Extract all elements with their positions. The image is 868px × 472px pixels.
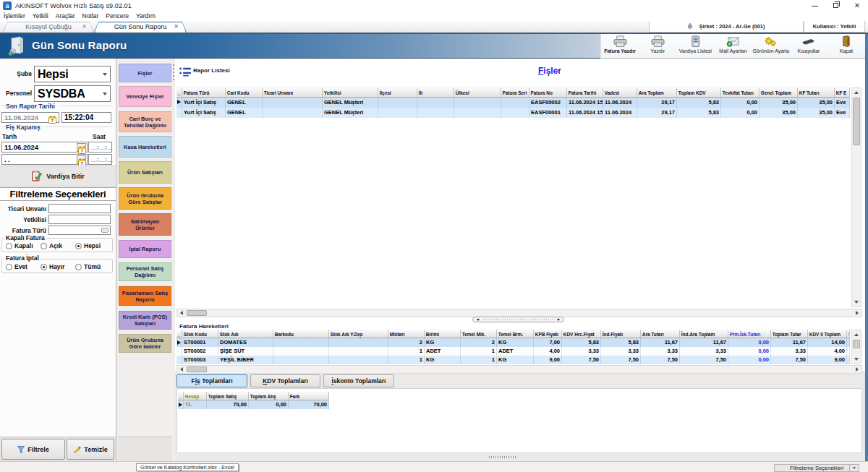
- column-header[interactable]: Temel Mik.: [461, 330, 497, 338]
- invoices-vertical-scrollbar[interactable]: [851, 87, 861, 307]
- category-button--r-n-sat-lar-[interactable]: Ürün Satışları: [119, 161, 171, 184]
- column-header[interactable]: Fatura Türü: [182, 87, 226, 98]
- radio-circle-icon[interactable]: [41, 243, 47, 249]
- category-button-fi-ler[interactable]: Fişler: [119, 64, 171, 82]
- field-input-yetkilisi[interactable]: [48, 215, 111, 224]
- vardiya-bitir-button[interactable]: Vardiya Bitir: [0, 166, 116, 186]
- dropdown-arrow-icon[interactable]: ▼: [849, 465, 859, 471]
- scrollbar-thumb[interactable]: [853, 98, 860, 145]
- toolbar-button-keyboard[interactable]: Kısayollar: [790, 34, 827, 58]
- table-row[interactable]: TL70,000,0070,00: [178, 400, 329, 409]
- personel-select[interactable]: SYSDBA: [34, 85, 111, 102]
- fis-kapanis-time2-field[interactable]: __:__:__: [88, 154, 112, 165]
- radio-circle-icon[interactable]: [75, 243, 82, 249]
- table-row[interactable]: Yurt İçi SatışGENELGENEL MüşteriEASF0000…: [176, 98, 850, 108]
- son-rapor-date-field[interactable]: 11.06.20247: [1, 112, 59, 123]
- column-header[interactable]: İli: [417, 87, 454, 98]
- scroll-right-icon[interactable]: [853, 366, 861, 373]
- column-header[interactable]: Barkodu: [273, 330, 329, 338]
- column-header[interactable]: Cari Kodu: [226, 87, 263, 98]
- toolbar-button-gears[interactable]: Görünüm Ayarla: [752, 34, 790, 58]
- category-button-sat-lmayan-r-nler[interactable]: Satılmayan Ürünler: [119, 213, 171, 236]
- column-header[interactable]: Ticari Unvanı: [263, 87, 323, 98]
- horizontal-splitter-handle[interactable]: [472, 317, 564, 322]
- column-header[interactable]: Fark: [289, 392, 329, 400]
- column-header[interactable]: Miktarı: [388, 330, 425, 338]
- radio-circle-icon[interactable]: [75, 264, 82, 270]
- column-header[interactable]: Toplam Satış: [207, 392, 249, 400]
- column-header[interactable]: İnd.Ara Toplam: [680, 330, 728, 338]
- toolbar-button-door-close[interactable]: Kapat: [827, 34, 865, 58]
- column-header[interactable]: Stok Adı Y.Dışı: [329, 330, 388, 338]
- scroll-down-icon[interactable]: [852, 298, 861, 306]
- field-input-fatura-turu[interactable]: [48, 226, 111, 235]
- chevron-down-icon[interactable]: [103, 73, 107, 76]
- fatura-iptal-radio-hayır[interactable]: Hayır: [41, 263, 64, 270]
- movements-vertical-scrollbar[interactable]: [851, 330, 861, 364]
- menu-i̇şlemler[interactable]: İşlemler: [4, 12, 25, 20]
- category-button-kasa-hareketleri[interactable]: Kasa Hareketleri: [119, 136, 171, 158]
- fis-kapanis-time1-field[interactable]: __:__:__: [88, 142, 112, 153]
- scrollbar-thumb[interactable]: [187, 310, 207, 316]
- scrollbar-thumb[interactable]: [853, 340, 860, 348]
- column-header[interactable]: İnd.Fiyatı: [601, 330, 641, 338]
- category-button-i-ptal-raporu[interactable]: İptal Raporu: [119, 240, 171, 258]
- lookup-button[interactable]: [101, 228, 109, 233]
- menu-yardım[interactable]: Yardım: [136, 12, 156, 20]
- column-header[interactable]: Stok Kodu: [182, 330, 218, 338]
- temizle-button[interactable]: Temizle: [67, 439, 114, 460]
- table-row[interactable]: ST00001DOMATES2KG2KG7,005,835,8311,6711,…: [176, 338, 850, 347]
- table-row[interactable]: ST00002ŞİŞE SÜT1ADET1ADET4,003,333,333,3…: [176, 347, 850, 356]
- toolbar-button-yazdir[interactable]: Yazdır: [639, 34, 676, 58]
- column-header[interactable]: Fatura Seri: [501, 87, 529, 98]
- bottom-splitter-grip[interactable]: [489, 456, 516, 458]
- kapali-fatura-radio-açık[interactable]: Açık: [41, 242, 62, 249]
- toolbar-button-mail[interactable]: Mail Ayarları: [714, 34, 752, 58]
- radio-circle-icon[interactable]: [6, 243, 12, 249]
- column-header[interactable]: Ara Tutarı: [641, 330, 680, 338]
- kapali-fatura-radio-hepsi[interactable]: Hepsi: [75, 242, 101, 249]
- fis-kapanis-date2-field[interactable]: . .7: [1, 154, 88, 165]
- column-header[interactable]: Stok Adı: [218, 330, 273, 338]
- tab-close-icon[interactable]: ✕: [82, 23, 87, 30]
- column-header[interactable]: Fatura No: [529, 87, 567, 98]
- column-header[interactable]: Yetkilisi: [323, 87, 378, 98]
- tab-gun-sonu-raporu[interactable]: Gün Sonu Raporu ✕: [94, 22, 187, 33]
- category-button-cari-bor-ve-tahsilat-da-l-m-[interactable]: Cari Borç ve Tahsilat Dağılımı: [119, 111, 171, 132]
- column-header[interactable]: Tevkifat Tutarı: [721, 87, 760, 98]
- category-button--r-n-grubuna-g-re-sat-lar[interactable]: Ürün Grubuna Göre Satışlar: [119, 187, 171, 210]
- column-header[interactable]: İlçesi: [378, 87, 417, 98]
- filtrele-button[interactable]: Filtrele: [1, 439, 65, 460]
- maximize-button[interactable]: [830, 0, 843, 12]
- column-header[interactable]: KDV li Toplam: [808, 330, 847, 338]
- tab-kisayol-cubugu[interactable]: Kısayol Çubuğu ✕: [3, 22, 94, 33]
- tab-close-icon[interactable]: ✕: [174, 23, 179, 30]
- chevron-down-icon[interactable]: [103, 93, 107, 95]
- menu-yetkili[interactable]: Yetkili: [33, 12, 48, 20]
- fatura-iptal-radio-evet[interactable]: Evet: [6, 263, 27, 270]
- sube-select[interactable]: Hepsi: [34, 66, 111, 82]
- tab-fis-toplamlari[interactable]: Fiş Toplamları: [176, 374, 247, 387]
- column-header[interactable]: Toplam Alış: [249, 392, 289, 400]
- column-header[interactable]: Fatura Tarihi: [567, 87, 603, 98]
- category-button-veresiye-fi-ler[interactable]: Veresiye Fişler: [119, 86, 171, 107]
- calendar-button[interactable]: 7: [77, 155, 86, 164]
- field-input-ticari-unvani[interactable]: [48, 204, 111, 213]
- menu-notlar[interactable]: Notlar: [82, 12, 99, 20]
- category-button-pazarlamac-sat-raporu[interactable]: Pazarlamacı Satış Raporu: [119, 286, 171, 306]
- menu-araçlar[interactable]: Araçlar: [56, 12, 75, 20]
- column-header[interactable]: Ara Toplam: [637, 87, 677, 98]
- column-header[interactable]: Birimi: [425, 330, 461, 338]
- column-header[interactable]: KF Tutarı: [798, 87, 835, 98]
- close-button[interactable]: ✕: [851, 0, 864, 12]
- column-header[interactable]: KPB Fiyatı: [534, 330, 562, 338]
- column-header[interactable]: Prm.İsk.Tutarı: [728, 330, 771, 338]
- column-header[interactable]: Toplam Tutar: [771, 330, 808, 338]
- calendar-button[interactable]: 7: [77, 143, 86, 152]
- radio-circle-icon[interactable]: [41, 264, 47, 270]
- column-header[interactable]: Vadesi: [603, 87, 637, 98]
- category-button-personel-sat-da-l-m-[interactable]: Personel Satış Dağılımı: [119, 262, 171, 281]
- fis-kapanis-date1-field[interactable]: 11.06.20247: [1, 142, 88, 153]
- son-rapor-time-field[interactable]: 15:22:04: [61, 112, 111, 123]
- table-row[interactable]: ST00003YEŞİL BİBER1KG1KG9,007,507,507,50…: [176, 356, 850, 364]
